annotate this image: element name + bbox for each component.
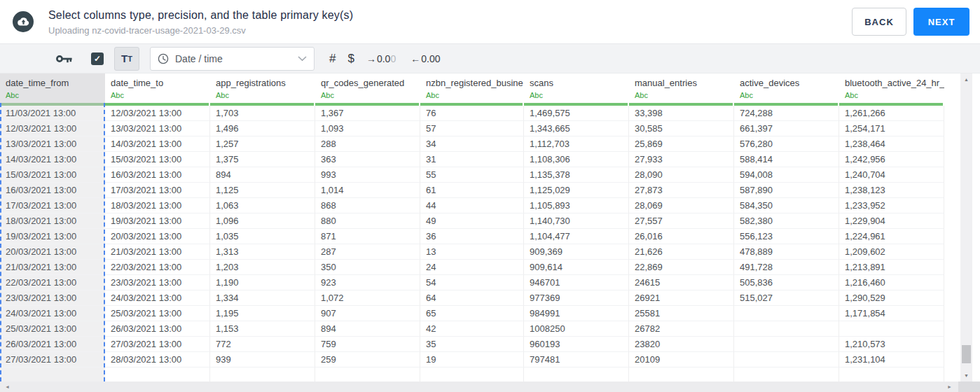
table-cell: 35: [420, 337, 524, 352]
column-header-date_time_to[interactable]: date_time_toAbc: [105, 74, 210, 106]
table-cell: 33,398: [629, 106, 734, 121]
table-cell: 21/03/2021 13:00: [0, 260, 105, 275]
table-cell: 19/03/2021 13:00: [0, 229, 105, 244]
table-cell: 1,334: [210, 290, 315, 306]
table-row: 14/03/2021 13:0015/03/2021 13:001,375363…: [0, 152, 944, 167]
scroll-left-arrow-icon[interactable]: ◄: [5, 384, 10, 389]
column-name: scans: [530, 78, 629, 88]
table-cell: 1,035: [210, 229, 315, 244]
next-button[interactable]: NEXT: [913, 8, 969, 36]
decrease-decimal-button[interactable]: ←0.00: [410, 53, 440, 64]
table-cell: 909,369: [524, 244, 629, 260]
table-cell: 1,238,123: [839, 183, 944, 198]
table-cell: 894: [210, 167, 315, 183]
table-cell: 42: [420, 321, 524, 337]
column-header-scans[interactable]: scansAbc: [524, 74, 629, 106]
scroll-down-arrow-icon[interactable]: ▼: [960, 373, 972, 378]
text-type-button[interactable]: TT: [114, 47, 139, 71]
vertical-scrollbar[interactable]: ▲ ▼: [960, 74, 972, 382]
table-cell: 11/03/2021 13:00: [0, 106, 105, 121]
scroll-up-arrow-icon[interactable]: ▲: [960, 77, 972, 82]
column-type-label: Abc: [6, 91, 105, 99]
table-cell: 894: [315, 321, 420, 337]
table-cell: 24/03/2021 13:00: [0, 306, 105, 321]
column-type-select[interactable]: Date / time: [150, 47, 315, 71]
table-cell: 1,190: [210, 275, 315, 290]
table-cell: 27/03/2021 13:00: [105, 337, 210, 352]
table-cell: 16/03/2021 13:00: [105, 167, 210, 183]
table-cell: 1,195: [210, 306, 315, 321]
table-row: 21/03/2021 13:0022/03/2021 13:001,203350…: [0, 260, 944, 275]
table-cell: 1,209,602: [839, 244, 944, 260]
table-cell: 64: [420, 290, 524, 306]
table-cell: 12/03/2021 13:00: [0, 121, 105, 136]
horizontal-scrollbar[interactable]: ◄ ►: [0, 382, 980, 392]
table-cell: 960193: [524, 337, 629, 352]
table-cell: 14/03/2021 13:00: [105, 136, 210, 152]
table-cell: 1,240,704: [839, 167, 944, 183]
table-cell: 26,016: [629, 229, 734, 244]
table-row: 19/03/2021 13:0020/03/2021 13:001,035871…: [0, 229, 944, 244]
table-cell: 22/03/2021 13:00: [0, 275, 105, 290]
table-cell: 1,216,460: [839, 275, 944, 290]
checkmark-icon: ✓: [94, 54, 101, 64]
scroll-right-arrow-icon[interactable]: ►: [947, 384, 952, 389]
table-cell: 1,063: [210, 198, 315, 214]
table-row: 23/03/2021 13:0024/03/2021 13:001,3341,0…: [0, 290, 944, 306]
table-row: 12/03/2021 13:0013/03/2021 13:001,4961,0…: [0, 121, 944, 136]
number-type-button[interactable]: #: [329, 52, 336, 66]
column-header-date_time_from[interactable]: date_time_fromAbc: [0, 74, 105, 106]
table-cell: 909,614: [524, 260, 629, 275]
scrollbar-corner: [958, 382, 980, 392]
table-cell: 30,585: [629, 121, 734, 136]
column-header-bluetooth_active_24_hr_[interactable]: bluetooth_active_24_hr_Abc: [839, 74, 944, 106]
table-cell: 491,728: [734, 260, 839, 275]
table-cell: 25581: [629, 306, 734, 321]
table-cell: 1,242,956: [839, 152, 944, 167]
column-underline: [420, 103, 523, 106]
table-cell: 1,125,029: [524, 183, 629, 198]
table-cell: 939: [210, 352, 315, 368]
table-row: 13/03/2021 13:0014/03/2021 13:001,257288…: [0, 136, 944, 152]
column-name: date_time_to: [111, 78, 210, 88]
include-column-checkbox[interactable]: ✓: [91, 52, 104, 65]
column-name: nzbn_registered_busine: [426, 78, 524, 88]
table-cell: 1,072: [315, 290, 420, 306]
table-cell: 15/03/2021 13:00: [0, 167, 105, 183]
column-header-qr_codes_generated[interactable]: qr_codes_generatedAbc: [315, 74, 420, 106]
column-underline: [105, 103, 209, 106]
back-button[interactable]: BACK: [852, 8, 906, 36]
table-cell: [105, 368, 210, 382]
primary-key-icon[interactable]: [56, 54, 72, 64]
chevron-down-icon: [298, 56, 307, 62]
wizard-header: Select columns type, precision, and the …: [0, 0, 980, 43]
table-cell: 584,350: [734, 198, 839, 214]
table-cell: 1,135,378: [524, 167, 629, 183]
table-cell: 25,869: [629, 136, 734, 152]
table-row: 11/03/2021 13:0012/03/2021 13:001,7031,3…: [0, 106, 944, 121]
table-cell: [734, 352, 839, 368]
page-title: Select columns type, precision, and the …: [48, 9, 353, 22]
vertical-scrollbar-thumb[interactable]: [962, 345, 971, 363]
table-cell: [210, 368, 315, 382]
table-row: 24/03/2021 13:0025/03/2021 13:001,195907…: [0, 306, 944, 321]
currency-type-button[interactable]: $: [347, 52, 354, 66]
column-header-app_registrations[interactable]: app_registrationsAbc: [210, 74, 315, 106]
table-cell: 22/03/2021 13:00: [105, 260, 210, 275]
table-cell: 23/03/2021 13:00: [105, 275, 210, 290]
increase-decimal-button[interactable]: →0.00: [366, 53, 396, 64]
table-cell: 1,229,904: [839, 214, 944, 229]
table-cell: 946701: [524, 275, 629, 290]
table-cell: 772: [210, 337, 315, 352]
table-cell: 587,890: [734, 183, 839, 198]
table-cell: [524, 368, 629, 382]
table-cell: 49: [420, 214, 524, 229]
table-cell: 515,027: [734, 290, 839, 306]
table-cell: 582,380: [734, 214, 839, 229]
column-header-nzbn_registered_busine[interactable]: nzbn_registered_busineAbc: [420, 74, 524, 106]
csv-import-wizard: Select columns type, precision, and the …: [0, 0, 980, 392]
column-settings-toolbar: ✓ TT Date / time # $ →0.00 ←0.0: [0, 43, 980, 74]
column-header-manual_entries[interactable]: manual_entriesAbc: [629, 74, 734, 106]
column-header-active_devices[interactable]: active_devicesAbc: [734, 74, 839, 106]
table-cell: 24: [420, 260, 524, 275]
